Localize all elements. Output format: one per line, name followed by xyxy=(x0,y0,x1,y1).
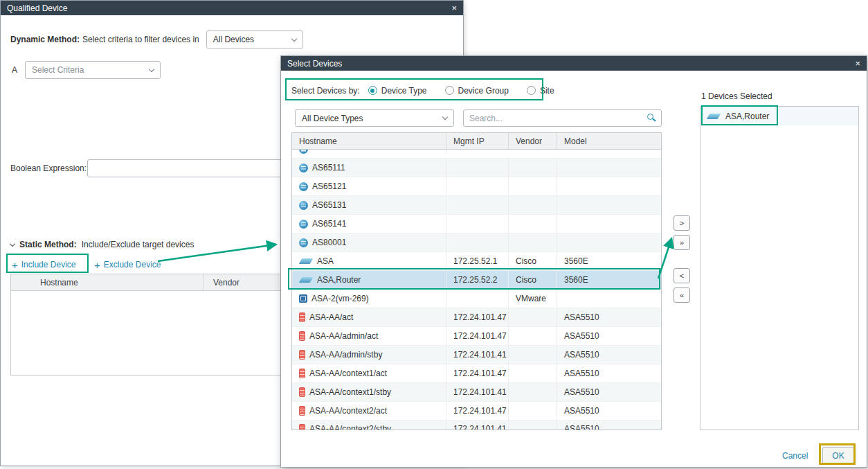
search-box xyxy=(463,109,662,127)
dialog-title: Qualified Device xyxy=(7,3,67,13)
include-device-button[interactable]: + Include Device xyxy=(12,257,75,272)
close-icon[interactable]: × xyxy=(855,59,860,68)
model-cell: ASA5510 xyxy=(557,327,661,345)
table-row[interactable]: AS65141 xyxy=(292,215,661,233)
hostname-cell: ASA-2(vm-269) xyxy=(292,290,446,308)
hostname-cell: ASA,Router xyxy=(292,271,446,289)
hostname-cell xyxy=(292,150,446,154)
model-cell: ASA5510 xyxy=(557,383,661,401)
firewall-icon xyxy=(299,424,305,430)
model-cell xyxy=(557,196,661,214)
table-row[interactable]: AS65121 xyxy=(292,177,661,196)
radio-icon[interactable] xyxy=(445,86,454,95)
static-method-row[interactable]: Static Method: Include/Exclude target de… xyxy=(10,240,194,249)
model-column-header: Model xyxy=(557,133,661,149)
firewall-icon xyxy=(299,331,305,341)
search-icon[interactable] xyxy=(647,114,653,120)
router-icon xyxy=(299,201,308,210)
hostname-cell: ASA xyxy=(292,252,446,270)
dynamic-method-label: Dynamic Method: xyxy=(10,35,80,44)
exclude-device-label: Exclude Device xyxy=(104,260,161,269)
cancel-button[interactable]: Cancel xyxy=(782,451,808,461)
vendor-cell: Cisco xyxy=(509,271,557,289)
ok-button[interactable]: OK xyxy=(822,447,854,464)
move-all-left-button[interactable]: « xyxy=(673,287,690,303)
hostname-cell: ASA-AA/context1/stby xyxy=(292,383,446,401)
table-row[interactable]: AS80001 xyxy=(292,233,661,252)
radio-device-group[interactable]: Device Group xyxy=(445,86,509,96)
chevron-down-icon xyxy=(10,241,15,247)
dynamic-method-row: Dynamic Method: Select criteria to filte… xyxy=(10,30,303,48)
move-all-right-button[interactable]: » xyxy=(673,235,690,250)
model-cell: 3560E xyxy=(557,271,661,289)
hostname-column-header: Hostname xyxy=(11,274,204,290)
radio-device-type[interactable]: Device Type xyxy=(368,86,427,96)
table-row[interactable]: ASA-AA/admin/stby172.24.101.41ASA5510 xyxy=(292,346,661,364)
radio-site-label: Site xyxy=(540,86,554,96)
firewall-icon xyxy=(299,369,305,378)
mgmt-ip-column-header: Mgmt IP xyxy=(446,133,509,149)
exclude-device-button[interactable]: + Exclude Device xyxy=(94,257,161,272)
table-row[interactable] xyxy=(292,150,661,159)
table-row[interactable]: AS65131 xyxy=(292,196,661,215)
select-devices-by-bar: Select Devices by: Device Type Device Gr… xyxy=(291,80,572,101)
hostname-cell: ASA-AA/context2/stby xyxy=(292,421,446,430)
model-cell: ASA5510 xyxy=(557,346,661,364)
table-row[interactable]: ASA-AA/admin/act172.24.101.47ASA5510 xyxy=(292,327,661,346)
table-row[interactable]: AS65111 xyxy=(292,159,661,177)
close-icon[interactable]: × xyxy=(451,3,457,12)
select-devices-titlebar: Select Devices × xyxy=(281,56,867,71)
switch-icon xyxy=(707,114,721,119)
hostname-cell: AS65141 xyxy=(292,215,446,233)
model-cell xyxy=(557,177,661,195)
vendor-cell: VMware xyxy=(509,290,557,308)
vendor-cell xyxy=(509,346,557,364)
radio-site[interactable]: Site xyxy=(527,86,554,96)
table-row[interactable]: ASA-2(vm-269)VMware xyxy=(292,290,661,308)
mgmt-ip-cell: 172.24.101.47 xyxy=(446,364,509,382)
move-left-button[interactable]: < xyxy=(673,268,690,283)
mgmt-ip-cell: 172.25.52.2 xyxy=(446,271,509,289)
table-row[interactable]: ASA-AA/act172.24.101.47ASA5510 xyxy=(292,308,661,327)
selected-devices-count: 1 Devices Selected xyxy=(701,91,772,101)
vendor-column-header: Vendor xyxy=(509,133,557,149)
radio-icon[interactable] xyxy=(368,86,377,95)
vendor-cell xyxy=(509,159,557,177)
table-row[interactable]: ASA-AA/context2/act172.24.101.47ASA5510 xyxy=(292,402,661,421)
model-cell xyxy=(557,215,661,233)
radio-icon[interactable] xyxy=(527,86,536,95)
table-row[interactable]: ASA-AA/context2/stby172.24.101.41ASA5510 xyxy=(292,421,661,430)
firewall-icon xyxy=(299,387,305,397)
table-row[interactable]: ASA,Router172.25.52.2Cisco3560E xyxy=(292,271,661,290)
hostname-cell: AS80001 xyxy=(292,233,446,251)
mgmt-ip-cell xyxy=(446,290,509,308)
firewall-icon xyxy=(299,406,305,416)
selected-device-item[interactable]: ASA,Router xyxy=(700,107,858,125)
chevron-down-icon xyxy=(291,35,297,41)
vendor-cell xyxy=(509,364,557,382)
vendor-cell xyxy=(509,402,557,420)
table-row[interactable]: ASA-AA/context1/stby172.24.101.41ASA5510 xyxy=(292,383,661,402)
hostname-cell: ASA-AA/admin/stby xyxy=(292,346,446,364)
model-cell xyxy=(557,290,661,308)
selected-device-label: ASA,Router xyxy=(725,112,769,121)
device-type-dropdown[interactable]: All Device Types xyxy=(295,109,454,127)
model-cell: ASA5510 xyxy=(557,402,661,420)
mgmt-ip-cell: 172.24.101.47 xyxy=(446,402,509,420)
hostname-cell: AS65131 xyxy=(292,196,446,214)
model-cell: 3560E xyxy=(557,252,661,270)
radio-device-group-label: Device Group xyxy=(458,86,509,96)
criteria-row-prefix: A xyxy=(12,61,17,79)
firewall-icon xyxy=(299,312,305,322)
devices-scope-dropdown[interactable]: All Devices xyxy=(206,30,303,48)
vendor-cell: Cisco xyxy=(509,252,557,270)
search-input[interactable] xyxy=(463,109,662,127)
hostname-cell: ASA-AA/admin/act xyxy=(292,327,446,345)
router-icon xyxy=(299,238,308,247)
table-row[interactable]: ASA172.25.52.1Cisco3560E xyxy=(292,252,661,271)
select-criteria-dropdown[interactable]: Select Criteria xyxy=(25,61,161,79)
mgmt-ip-cell xyxy=(446,159,509,177)
move-right-button[interactable]: > xyxy=(673,215,690,231)
chevron-down-icon xyxy=(149,66,154,71)
table-row[interactable]: ASA-AA/context1/act172.24.101.47ASA5510 xyxy=(292,364,661,383)
